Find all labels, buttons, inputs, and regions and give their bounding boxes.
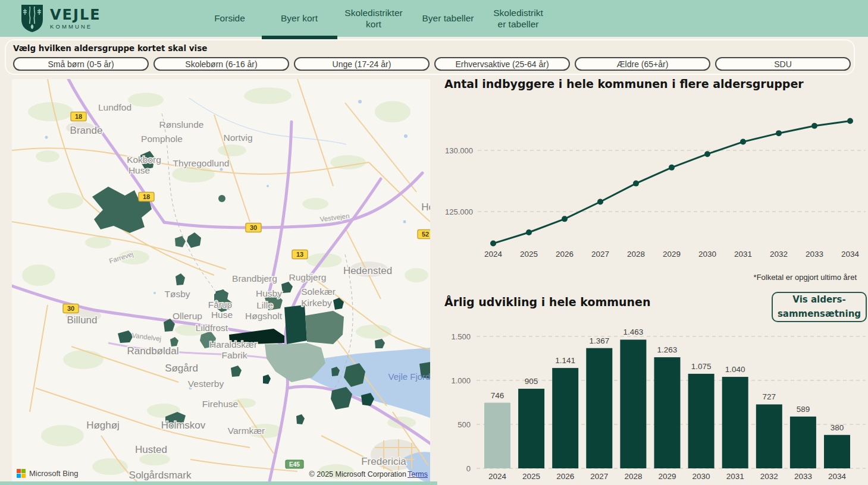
age-filter-button-unge-17-24-r[interactable]: Unge (17-24 år) xyxy=(294,57,430,71)
x-axis-label: 2025 xyxy=(520,250,538,259)
map-land xyxy=(12,79,430,481)
x-axis-label: 2024 xyxy=(484,250,503,259)
bar-value-label: 1.463 xyxy=(623,327,644,336)
terms-link[interactable]: Terms xyxy=(408,470,428,478)
svg-text:30: 30 xyxy=(67,305,74,312)
bar-2028[interactable] xyxy=(620,339,646,468)
map-canvas[interactable]: LundfodBrandeRønslundePompholeKokborgHus… xyxy=(12,79,430,481)
age-filter-button-sdu[interactable]: SDU xyxy=(715,57,851,71)
route-badge-18: 18 xyxy=(139,193,154,201)
bar-2026[interactable] xyxy=(552,368,578,468)
vejle-kommune-logo: VEJLE KOMMUNE xyxy=(20,4,101,33)
bar-2031[interactable] xyxy=(722,377,748,468)
x-axis-label: 2030 xyxy=(698,250,716,259)
x-axis-label: 2034 xyxy=(828,472,847,481)
show-age-composition-button[interactable]: Vis alders- sammensætning xyxy=(772,292,867,322)
age-filter-button-skoleb-rn-6-16-r[interactable]: Skolebørn (6-16 år) xyxy=(153,57,289,71)
x-axis-label: 2027 xyxy=(590,472,608,481)
municipal-crest-icon xyxy=(20,4,44,33)
population-line xyxy=(493,121,850,244)
svg-text:E45: E45 xyxy=(289,461,300,468)
bing-logo: Microsoft Bing xyxy=(17,469,78,478)
tab-skoledistrikt-er-tabeller[interactable]: Skoledistrikt er tabeller xyxy=(482,0,554,37)
x-axis-label: 2034 xyxy=(841,250,860,259)
logo-title: VEJLE xyxy=(50,8,101,22)
filter-heading: Vælg hvilken aldersgruppe kortet skal vi… xyxy=(13,43,207,53)
data-point-2025[interactable] xyxy=(526,229,532,235)
place-label: Brande xyxy=(70,125,103,136)
age-filter-button-sm-b-rn-0-5-r[interactable]: Små børn (0-5 år) xyxy=(13,57,149,71)
x-axis-label: 2029 xyxy=(663,250,681,259)
x-axis-label: 2026 xyxy=(556,472,574,481)
route-badge-30: 30 xyxy=(63,304,79,313)
place-label: Nortvig xyxy=(223,133,252,143)
place-label: Huse xyxy=(211,310,233,320)
water-label: Vejle Fjord xyxy=(388,371,430,382)
bar-2029[interactable] xyxy=(654,357,681,468)
place-label: Høghøj xyxy=(86,420,120,431)
map-provider: Microsoft Bing xyxy=(29,469,78,478)
bottom-strip xyxy=(0,481,437,485)
place-label: Ho xyxy=(421,201,430,213)
bar-2030[interactable] xyxy=(688,374,715,468)
age-filter-button-erhvervsaktive-25-64-r[interactable]: Erhvervsaktive (25-64 år) xyxy=(434,57,570,71)
place-label: Haraldskær xyxy=(209,339,257,349)
place-label: Holmskov xyxy=(161,420,206,431)
bar-2024[interactable] xyxy=(484,403,510,468)
route-badge-18: 18 xyxy=(71,112,86,121)
data-point-2027[interactable] xyxy=(597,199,603,205)
place-label: Høgsholt xyxy=(245,311,283,321)
data-point-2034[interactable] xyxy=(847,118,853,124)
y-tick-label: 1.000 xyxy=(451,376,471,385)
logo-subtitle: KOMMUNE xyxy=(50,24,101,30)
place-label: Vesterby xyxy=(188,379,224,389)
data-point-2028[interactable] xyxy=(633,181,639,187)
place-label: Fårup xyxy=(208,300,233,310)
route-badge-13: 13 xyxy=(292,250,308,259)
y-tick-label: 125.000 xyxy=(445,207,473,216)
place-label: Fabrik xyxy=(221,350,247,360)
svg-text:18: 18 xyxy=(143,193,150,200)
x-axis-label: 2031 xyxy=(726,472,744,481)
filter-buttons: Små børn (0-5 år)Skolebørn (6-16 år)Unge… xyxy=(13,57,848,71)
bar-2027[interactable] xyxy=(586,348,612,468)
svg-text:13: 13 xyxy=(296,251,303,258)
tab-byer-kort[interactable]: Byer kort xyxy=(266,0,333,37)
x-axis-label: 2024 xyxy=(488,472,507,481)
bar-value-label: 746 xyxy=(491,391,504,400)
x-axis-label: 2033 xyxy=(806,250,823,259)
place-label: Lille xyxy=(256,300,273,310)
tab-forside[interactable]: Forside xyxy=(196,0,263,37)
place-label: Rugbjerg xyxy=(289,272,327,282)
x-axis-label: 2033 xyxy=(794,472,812,481)
age-group-filter-bar: Vælg hvilken aldersgruppe kortet skal vi… xyxy=(5,39,855,75)
x-axis-label: 2032 xyxy=(770,250,788,259)
data-point-2024[interactable] xyxy=(490,241,496,247)
place-label: Hedensted xyxy=(343,265,392,276)
tab-byer-tabeller[interactable]: Byer tabeller xyxy=(413,0,482,37)
data-point-2030[interactable] xyxy=(704,151,710,157)
bar-2025[interactable] xyxy=(518,389,544,468)
place-label: Thyregodlund xyxy=(173,158,230,168)
data-point-2031[interactable] xyxy=(740,139,746,145)
data-point-2029[interactable] xyxy=(669,165,675,171)
x-axis-label: 2028 xyxy=(627,250,645,259)
place-label: Tøsby xyxy=(164,289,190,299)
dashboard: VEJLE KOMMUNE ForsideByer kortSkoledistr… xyxy=(0,0,868,485)
bar-2033[interactable] xyxy=(790,417,816,468)
route-badge-e45: E45 xyxy=(286,460,303,468)
data-point-2033[interactable] xyxy=(811,123,817,129)
place-label: Husted xyxy=(135,444,167,455)
bar-chart-title: Årlig udvikling i hele kommunen xyxy=(444,295,651,308)
svg-text:18: 18 xyxy=(75,113,82,120)
place-label: Brandbjerg xyxy=(232,273,277,284)
data-point-2026[interactable] xyxy=(562,216,568,222)
map[interactable]: LundfodBrandeRønslundePompholeKokborgHus… xyxy=(12,79,430,481)
route-badge-52: 52 xyxy=(418,230,430,239)
bar-value-label: 727 xyxy=(763,392,776,401)
age-filter-button-ldre-65-r[interactable]: Ældre (65+år) xyxy=(575,57,710,71)
bar-2034[interactable] xyxy=(824,435,850,468)
tab-skoledistrikter-kort[interactable]: Skoledistrikter kort xyxy=(337,0,411,37)
bar-2032[interactable] xyxy=(756,404,782,468)
data-point-2032[interactable] xyxy=(776,130,782,136)
